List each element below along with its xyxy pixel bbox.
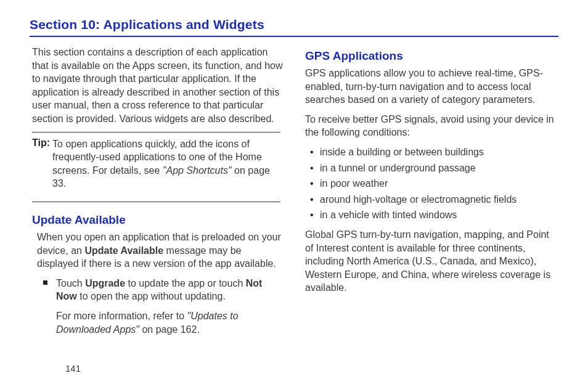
tip-label: Tip:	[32, 137, 50, 197]
list-item: around high-voltage or electromagnetic f…	[310, 193, 558, 206]
intro-paragraph: This section contains a description of e…	[32, 46, 283, 126]
step-c: to open the app without updating.	[77, 291, 226, 301]
step-a: Touch	[56, 278, 85, 288]
left-column: This section contains a description of e…	[30, 46, 283, 346]
page-number: 141	[65, 363, 81, 374]
list-item: in a vehicle with tinted windows	[310, 208, 558, 222]
gps-p2: To receive better GPS signals, avoid usi…	[305, 113, 558, 139]
list-item: in poor weather	[310, 177, 558, 190]
right-column: GPS Applications GPS applications allow …	[305, 46, 558, 346]
update-p1-bold: Update Available	[84, 245, 163, 256]
gps-p1: GPS applications allow you to achieve re…	[305, 67, 558, 107]
section-title: Section 10: Applications and Widgets	[30, 17, 558, 32]
more-a: For more information, refer to	[56, 311, 187, 321]
square-bullet-icon	[43, 280, 47, 285]
step-text: Touch Upgrade to update the app or touch…	[56, 277, 283, 303]
two-column-layout: This section contains a description of e…	[30, 46, 558, 346]
tip-text: To open applications quickly, add the ic…	[52, 137, 280, 190]
step-b: to update the app or touch	[125, 278, 246, 288]
step-item: Touch Upgrade to update the app or touch…	[43, 277, 283, 342]
update-available-heading: Update Available	[32, 213, 283, 227]
step-bold1: Upgrade	[85, 278, 125, 288]
manual-page: Section 10: Applications and Widgets Thi…	[0, 0, 588, 392]
more-info: For more information, refer to "Updates …	[56, 309, 283, 336]
title-rule	[30, 36, 558, 37]
update-paragraph: When you open an application that is pre…	[37, 231, 283, 271]
tip-box: Tip: To open applications quickly, add t…	[32, 132, 280, 202]
gps-conditions-list: inside a building or between buildings i…	[310, 145, 558, 222]
list-item: in a tunnel or underground passage	[310, 161, 558, 175]
gps-p3: Global GPS turn-by-turn navigation, mapp…	[305, 228, 558, 295]
list-item: inside a building or between buildings	[310, 145, 558, 159]
tip-ref: "App Shortcuts"	[163, 165, 232, 176]
gps-applications-heading: GPS Applications	[305, 49, 558, 63]
more-b: on page 162.	[139, 324, 200, 335]
